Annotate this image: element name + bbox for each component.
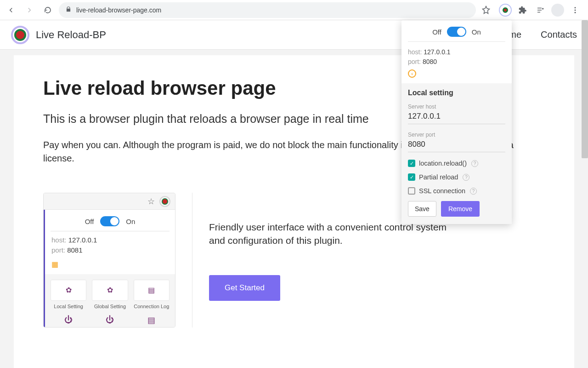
remove-button[interactable]: Remove	[441, 201, 480, 217]
server-port-input[interactable]: 8080	[408, 140, 505, 152]
lock-icon	[65, 6, 72, 14]
save-button[interactable]: Save	[408, 201, 436, 217]
preview-on-label: On	[126, 218, 135, 225]
extensions-icon[interactable]	[516, 4, 529, 17]
forward-button[interactable]	[22, 3, 37, 17]
extension-badge[interactable]	[499, 4, 512, 17]
browser-chrome: live-reload-browser-page.com	[0, 0, 588, 20]
option-partial-reload[interactable]: ✓ Partial reload ?	[408, 173, 505, 181]
nav-contacts[interactable]: Contacts	[541, 29, 577, 40]
help-icon[interactable]: ?	[470, 188, 477, 195]
brand-text: Live Reload-BP	[36, 29, 106, 41]
list-icon: ▤	[134, 315, 170, 325]
power-icon: ⏻	[92, 315, 128, 325]
checkbox-checked-icon: ✓	[408, 173, 415, 181]
svg-point-0	[575, 7, 576, 8]
grid-icon: ▦	[45, 259, 175, 274]
preview-image: ☆ Off On host: 127.0.0.1 port: 8081 ▦	[43, 193, 175, 328]
back-button[interactable]	[4, 3, 18, 17]
server-host-input[interactable]: 127.0.0.1	[408, 112, 505, 124]
gear-icon: ✿	[51, 280, 86, 301]
url-text: live-reload-browser-page.com	[76, 6, 161, 14]
scrollbar[interactable]	[582, 20, 588, 158]
popup-on-label: On	[472, 28, 481, 36]
popup-toggle[interactable]	[447, 27, 466, 37]
checkbox-checked-icon: ✓	[408, 160, 415, 167]
svg-point-1	[575, 9, 576, 11]
popup-heading: Local setting	[408, 89, 505, 97]
server-port-label: Server port	[408, 132, 505, 138]
brand-logo-icon	[11, 26, 29, 44]
option-location-reload[interactable]: ✓ location.reload() ?	[408, 160, 505, 167]
star-icon: ☆	[147, 196, 155, 207]
checkbox-unchecked-icon	[408, 187, 415, 195]
feature-text: Friendly user interface with a convenien…	[209, 220, 448, 247]
reload-button[interactable]	[40, 3, 55, 17]
extension-popup: Off On host: 127.0.0.1 port: 8080 ‹ Loca…	[401, 20, 512, 224]
preview-off-label: Off	[85, 218, 94, 225]
reading-list-icon[interactable]	[534, 4, 547, 17]
get-started-button[interactable]: Get Started	[209, 275, 280, 301]
extension-badge-icon	[159, 196, 170, 207]
server-host-label: Server host	[408, 104, 505, 110]
address-bar[interactable]: live-reload-browser-page.com	[59, 2, 476, 18]
brand[interactable]: Live Reload-BP	[11, 26, 106, 44]
log-icon: ▤	[134, 280, 170, 301]
chrome-actions	[496, 4, 584, 17]
option-ssl[interactable]: SSL connection ?	[408, 187, 505, 195]
gear-icon: ✿	[92, 280, 128, 301]
help-icon[interactable]: ?	[463, 174, 469, 181]
toggle-switch	[100, 216, 119, 226]
svg-point-2	[575, 12, 576, 13]
help-icon[interactable]: ?	[471, 160, 478, 167]
warning-icon[interactable]: ‹	[408, 69, 416, 78]
menu-icon[interactable]	[569, 4, 582, 17]
profile-avatar[interactable]	[551, 4, 564, 17]
popup-off-label: Off	[432, 28, 441, 36]
star-icon[interactable]	[480, 4, 492, 17]
power-icon: ⏻	[51, 315, 86, 325]
